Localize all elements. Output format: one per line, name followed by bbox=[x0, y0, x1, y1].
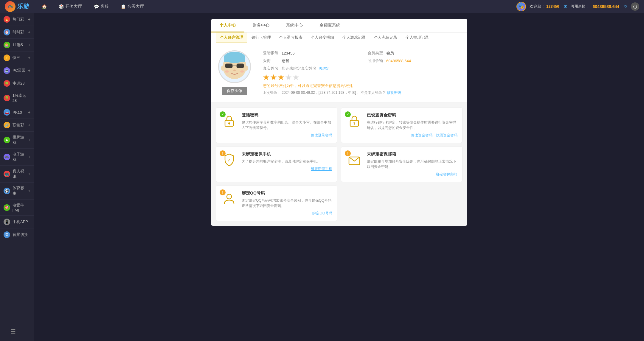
qq-badge: ! bbox=[220, 189, 226, 195]
qq-links: 绑定QQ号码 bbox=[242, 211, 332, 216]
sub-tab-recharge[interactable]: 个人充值记录 bbox=[370, 32, 401, 43]
message-icon[interactable]: ✉ bbox=[564, 4, 567, 9]
sidebar-label-elec: 电子游戏 bbox=[13, 152, 28, 162]
save-avatar-button[interactable]: 保存头像 bbox=[222, 87, 247, 95]
sidebar-item-elec[interactable]: 🎮 电子游戏 + bbox=[0, 149, 34, 166]
tab-balance-bao[interactable]: 余额宝系统 bbox=[311, 19, 349, 32]
sidebar-item-sports[interactable]: ⚽ 体育赛事 + bbox=[0, 183, 34, 200]
rank-value: 总督 bbox=[282, 58, 289, 63]
sidebar-item-pk10[interactable]: 🚗 PK10 + bbox=[0, 106, 34, 119]
elec-icon: 🎮 bbox=[4, 154, 10, 160]
nav-lottery-hall[interactable]: 🎲 开奖大厅 bbox=[56, 4, 84, 9]
real-name-placeholder: 您还未绑定真实姓名 bbox=[282, 66, 316, 71]
tab-finance[interactable]: 财务中心 bbox=[244, 19, 278, 32]
power-button[interactable]: ⏻ bbox=[631, 2, 639, 11]
login-pwd-content: 登陆密码 建议您使用字母和数字的组合、混合大小写、在组合中加入下划线等符号。 修… bbox=[242, 113, 332, 138]
avatar-image: 🎭 bbox=[517, 2, 525, 11]
nav-home[interactable]: 🏠 bbox=[39, 4, 49, 9]
available-balance-label: 可用余额 bbox=[367, 58, 384, 63]
nav-together[interactable]: 📋 合买大厅 bbox=[118, 4, 146, 9]
recover-fund-pwd-link[interactable]: 找回资金密码 bbox=[436, 133, 457, 138]
phone-badge: ! bbox=[220, 150, 226, 156]
chess-plus[interactable]: + bbox=[28, 138, 30, 142]
modify-login-pwd-link[interactable]: 修改登录密码 bbox=[311, 133, 332, 138]
logo-icon: 🎮 bbox=[5, 1, 15, 12]
esport-icon: 🎯 bbox=[4, 204, 10, 211]
live-plus[interactable]: + bbox=[28, 172, 30, 176]
sub-tab-detail[interactable]: 个人账变明细 bbox=[307, 32, 338, 43]
sub-tab-profit[interactable]: 个人盈亏报表 bbox=[275, 32, 307, 43]
sidebar-label-lucky28: 幸运28 bbox=[13, 81, 24, 86]
svg-point-19 bbox=[227, 194, 232, 199]
change-password-link[interactable]: 修改密码 bbox=[387, 91, 401, 95]
sub-tab-game[interactable]: 个人游戏记录 bbox=[338, 32, 370, 43]
sidebar-item-esport[interactable]: 🎯 电竞牛[IM] bbox=[0, 200, 34, 216]
eleven-plus[interactable]: + bbox=[28, 43, 30, 47]
fund-pwd-title: 已设置资金密码 bbox=[367, 113, 457, 118]
nav-customer[interactable]: 💬 客服 bbox=[91, 4, 111, 9]
member-type-value: 会员 bbox=[386, 50, 394, 56]
sidebar-label-fast: 快三 bbox=[13, 55, 20, 60]
sidebar-item-live[interactable]: 📺 真人视讯 + bbox=[0, 166, 34, 183]
sub-tab-bank[interactable]: 银行卡管理 bbox=[247, 32, 275, 43]
last-login: 上次登录： 2024-09-08 00:49:02，[223.74.201.19… bbox=[263, 90, 460, 95]
hot-plus[interactable]: + bbox=[28, 17, 30, 22]
sidebar-item-bg[interactable]: 🖼 背景切换 bbox=[0, 228, 34, 241]
bind-phone-link[interactable]: 绑定密保手机 bbox=[311, 166, 332, 172]
sidebar-item-chess[interactable]: ♟ 棋牌游戏 + bbox=[0, 132, 34, 149]
sidebar-item-fast[interactable]: ⚡ 快三 + bbox=[0, 52, 34, 64]
svg-point-9 bbox=[225, 70, 229, 73]
sidebar-item-lucky28[interactable]: 🍀 幸运28 bbox=[0, 77, 34, 90]
sidebar-label-eleven: 11选5 bbox=[13, 42, 23, 48]
refresh-icon[interactable]: ↻ bbox=[624, 4, 627, 9]
fast-plus[interactable]: + bbox=[28, 55, 30, 60]
time-icon: ⏰ bbox=[4, 29, 10, 35]
bind-email-link[interactable]: 绑定密保邮箱 bbox=[436, 172, 457, 177]
welcome-prefix: 欢迎您！ bbox=[530, 4, 545, 9]
svg-text:$: $ bbox=[353, 122, 355, 125]
pk10-icon: 🚗 bbox=[4, 109, 10, 116]
email-links: 绑定密保邮箱 bbox=[367, 172, 457, 177]
sub-tab-account[interactable]: 个人账户管理 bbox=[216, 32, 247, 43]
chain-icon: 🔗 bbox=[4, 122, 10, 128]
sidebar-item-chain[interactable]: 🔗 联销彩 + bbox=[0, 119, 34, 132]
sub-tab-withdraw[interactable]: 个人提现记录 bbox=[401, 32, 433, 43]
sidebar-item-pc[interactable]: 💻 PC蛋蛋 + bbox=[0, 64, 34, 77]
tab-personal[interactable]: 个人中心 bbox=[211, 19, 244, 32]
nav-customer-label: 客服 bbox=[100, 4, 109, 9]
main-layout: 🔥 热门彩 + ⏰ 时时彩 + 🎰 11选5 + ⚡ 快三 + bbox=[0, 13, 644, 341]
svg-rect-3 bbox=[225, 64, 233, 68]
svg-point-7 bbox=[221, 66, 224, 71]
main-content: 个人中心 财务中心 系统中心 余额宝系统 个人账户管理 银行卡管理 个人盈亏报表… bbox=[34, 13, 644, 341]
sidebar-collapse-btn[interactable]: ☰ bbox=[10, 328, 16, 335]
logo-text: 乐游 bbox=[17, 2, 29, 10]
time-plus[interactable]: + bbox=[28, 30, 30, 35]
pc-plus[interactable]: + bbox=[28, 68, 30, 73]
login-account-value: 123456 bbox=[282, 51, 294, 55]
qq-title: 绑定QQ号码 bbox=[242, 191, 332, 196]
sidebar-item-eleven[interactable]: 🎰 11选5 + bbox=[0, 39, 34, 52]
bind-real-name-link[interactable]: 去绑定 bbox=[319, 66, 330, 71]
panel: 个人中心 财务中心 系统中心 余额宝系统 个人账户管理 银行卡管理 个人盈亏报表… bbox=[211, 19, 467, 226]
logo[interactable]: 🎮 乐游 bbox=[5, 1, 29, 12]
login-pwd-desc: 建议您使用字母和数字的组合、混合大小写、在组合中加入下划线等符号。 bbox=[242, 120, 332, 130]
star-3 bbox=[278, 74, 284, 81]
pk10-plus[interactable]: + bbox=[28, 110, 30, 115]
chain-plus[interactable]: + bbox=[28, 123, 30, 127]
sports-plus[interactable]: + bbox=[28, 189, 30, 193]
modify-fund-pwd-link[interactable]: 修改资金密码 bbox=[411, 133, 432, 138]
lucky1-icon: 🍀 bbox=[4, 95, 10, 101]
email-badge: ! bbox=[345, 150, 351, 156]
sidebar-item-phone[interactable]: 📱 手机APP bbox=[0, 216, 34, 228]
avatar[interactable]: 🎭 bbox=[516, 2, 526, 11]
tab-system[interactable]: 系统中心 bbox=[278, 19, 311, 32]
svg-text:✓: ✓ bbox=[227, 158, 231, 163]
info-grid: 登陆帐号 123456 会员类型 会员 头衔 总督 可用余额 bbox=[263, 50, 460, 71]
svg-rect-2 bbox=[224, 57, 245, 62]
sidebar-item-time[interactable]: ⏰ 时时彩 + bbox=[0, 26, 34, 39]
bind-qq-link[interactable]: 绑定QQ号码 bbox=[312, 211, 332, 216]
sidebar-item-lucky1[interactable]: 🍀 1分幸运28 bbox=[0, 90, 34, 106]
sidebar-item-hot[interactable]: 🔥 热门彩 + bbox=[0, 13, 34, 26]
sidebar-label-lucky1: 1分幸运28 bbox=[13, 93, 30, 103]
elec-plus[interactable]: + bbox=[28, 155, 30, 159]
